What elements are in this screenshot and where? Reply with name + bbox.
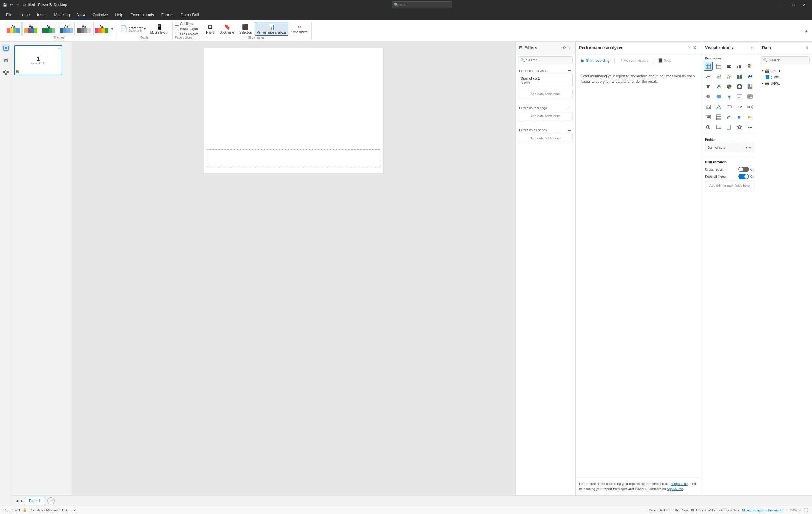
viz-icon-paginated[interactable] bbox=[725, 123, 734, 132]
viz-icon-pie[interactable] bbox=[725, 82, 734, 91]
sync-slicers-button[interactable]: ↔️ Sync slicers bbox=[290, 23, 309, 35]
menu-format[interactable]: Format bbox=[158, 11, 177, 19]
theme-btn-2[interactable]: Aa bbox=[23, 22, 39, 36]
viz-field-dropdown-icon[interactable]: ▾ bbox=[746, 145, 747, 149]
page-thumb-1[interactable]: 1 Sum of col1 ⊞ ••• bbox=[14, 45, 62, 75]
viz-icon-filled-map[interactable] bbox=[714, 92, 723, 101]
menu-file[interactable]: File bbox=[2, 11, 16, 19]
zoom-out-button[interactable]: − bbox=[786, 508, 789, 513]
maximize-button[interactable]: □ bbox=[788, 0, 799, 9]
viz-icon-matrix[interactable] bbox=[714, 62, 723, 71]
viz-icon-kpi[interactable]: KPI bbox=[735, 103, 744, 112]
support-site-link[interactable]: support site bbox=[670, 482, 688, 486]
viz-icon-column[interactable] bbox=[735, 62, 744, 71]
page-add-button[interactable]: + bbox=[47, 497, 55, 505]
menu-help[interactable]: Help bbox=[112, 11, 127, 19]
viz-icon-text-box[interactable] bbox=[735, 92, 744, 101]
viz-icon-map[interactable] bbox=[704, 92, 713, 101]
filters-eye-button[interactable]: 👁 bbox=[561, 45, 567, 51]
menu-optimize[interactable]: Optimize bbox=[89, 11, 112, 19]
cross-report-toggle[interactable] bbox=[738, 167, 749, 172]
viz-icon-python-visual[interactable]: Py bbox=[746, 113, 754, 122]
title-search-input[interactable] bbox=[392, 1, 452, 8]
minimize-button[interactable]: — bbox=[777, 0, 788, 9]
perf-expand-button[interactable]: » bbox=[688, 45, 691, 51]
menu-external-tools[interactable]: External tools bbox=[127, 11, 158, 19]
viz-icon-area[interactable] bbox=[714, 72, 723, 81]
viz-icon-clustered-bar[interactable] bbox=[746, 62, 754, 71]
viz-icon-line-clustered[interactable] bbox=[725, 72, 734, 81]
viz-icon-table[interactable] bbox=[704, 62, 713, 71]
viz-icon-donut[interactable] bbox=[735, 82, 744, 91]
data-search-input[interactable] bbox=[761, 56, 810, 64]
bookmarks-button[interactable]: 🔖 Bookmarks bbox=[218, 23, 236, 35]
filters-expand-button[interactable]: » bbox=[568, 45, 571, 51]
data-tree-view1[interactable]: ▸ 🗃️ view1 bbox=[761, 80, 810, 86]
data-tree-col1[interactable]: ✓ ∑ col1 bbox=[761, 74, 810, 80]
viz-icon-waterfall[interactable] bbox=[746, 72, 754, 81]
start-recording-button[interactable]: ▶ Start recording bbox=[579, 57, 612, 64]
page-nav-next[interactable]: ▶ bbox=[20, 497, 25, 504]
theme-btn-5[interactable]: Aa bbox=[76, 22, 92, 36]
sidebar-report-icon[interactable] bbox=[2, 44, 10, 53]
viz-expand-button[interactable]: » bbox=[751, 45, 754, 51]
snap-to-grid-cb-box[interactable] bbox=[175, 27, 179, 31]
zoom-in-button[interactable]: + bbox=[798, 508, 802, 513]
page-tab-1[interactable]: Page 1 bbox=[25, 496, 45, 505]
filter-section-visual-menu[interactable]: ••• bbox=[568, 69, 571, 73]
viz-icon-multirow-card[interactable] bbox=[714, 113, 723, 122]
viz-icon-more[interactable]: ••• bbox=[746, 123, 754, 132]
viz-field-remove-icon[interactable]: ✕ bbox=[749, 145, 751, 149]
theme-btn-4[interactable]: Aa bbox=[58, 22, 75, 36]
menu-data-drill[interactable]: Data / Drill bbox=[177, 11, 203, 19]
gridlines-cb-box[interactable] bbox=[175, 22, 179, 26]
data-tree-table1[interactable]: ▾ 🗃️ table1 bbox=[761, 68, 810, 74]
page-view-button[interactable]: 📄 Page view Scale to fit ▾ bbox=[118, 24, 147, 34]
viz-icon-azure-map[interactable] bbox=[725, 92, 734, 101]
filters-pane-button[interactable]: ⊞ Filters bbox=[204, 23, 217, 35]
theme-btn-6[interactable]: Aa bbox=[93, 22, 110, 36]
make-changes-link[interactable]: Make changes to this model bbox=[742, 508, 783, 512]
filter-section-page-menu[interactable]: ••• bbox=[568, 106, 571, 110]
page-thumb-menu[interactable]: ••• bbox=[57, 47, 61, 50]
filter-card-col1[interactable]: Sum of col1 is (All) bbox=[518, 74, 573, 87]
perf-close-button[interactable]: ✕ bbox=[692, 45, 697, 51]
theme-btn-3[interactable]: Aa bbox=[40, 22, 57, 36]
viz-icon-ribbon[interactable] bbox=[735, 72, 744, 81]
menu-home[interactable]: Home bbox=[16, 11, 34, 19]
viz-icon-card[interactable]: 42 bbox=[704, 113, 713, 122]
selection-button[interactable]: ⬛ Selection bbox=[238, 23, 254, 35]
viz-field-col1[interactable]: Sum of col1 ▾ ✕ bbox=[705, 144, 754, 151]
viz-icon-funnel[interactable] bbox=[704, 82, 713, 91]
filters-search-input[interactable] bbox=[518, 56, 573, 64]
lock-objects-checkbox[interactable]: Lock objects bbox=[175, 32, 198, 36]
viz-drill-add-area[interactable]: Add drill-through fields here bbox=[705, 181, 754, 190]
viz-icon-scatter[interactable] bbox=[714, 82, 723, 91]
page-nav-prev[interactable]: ◀ bbox=[14, 497, 20, 504]
viz-icon-narrative[interactable] bbox=[746, 92, 754, 101]
fit-page-button[interactable]: ⛶ bbox=[803, 508, 808, 513]
viz-icon-r-visual[interactable]: R bbox=[735, 113, 744, 122]
close-button[interactable]: ✕ bbox=[799, 0, 810, 9]
mobile-layout-button[interactable]: 📱 Mobile layout bbox=[149, 23, 170, 35]
save-icon[interactable]: 💾 bbox=[2, 2, 7, 7]
appsource-link[interactable]: AppSource bbox=[667, 487, 683, 491]
lock-objects-cb-box[interactable] bbox=[175, 32, 179, 36]
keep-filters-toggle[interactable] bbox=[738, 174, 749, 179]
viz-icon-treemap[interactable] bbox=[746, 82, 754, 91]
viz-icon-line[interactable] bbox=[704, 72, 713, 81]
theme-btn-1[interactable]: Aa bbox=[5, 22, 22, 36]
viz-icon-image[interactable] bbox=[704, 103, 713, 112]
viz-icon-gauge[interactable] bbox=[725, 113, 734, 122]
filter-add-visual[interactable]: Add data fields here bbox=[518, 89, 573, 99]
menu-modeling[interactable]: Modeling bbox=[50, 11, 74, 19]
menu-view[interactable]: View bbox=[74, 10, 89, 19]
viz-icon-decomp-tree[interactable] bbox=[746, 103, 754, 112]
menu-insert[interactable]: Insert bbox=[34, 11, 51, 19]
viz-icon-bar[interactable] bbox=[725, 62, 734, 71]
redo-icon[interactable]: ↪ bbox=[16, 2, 20, 7]
snap-to-grid-checkbox[interactable]: Snap to grid bbox=[175, 27, 198, 31]
sidebar-model-icon[interactable] bbox=[2, 68, 10, 77]
filter-section-all-pages-menu[interactable]: ••• bbox=[568, 128, 571, 132]
viz-icon-custom[interactable] bbox=[735, 123, 744, 132]
